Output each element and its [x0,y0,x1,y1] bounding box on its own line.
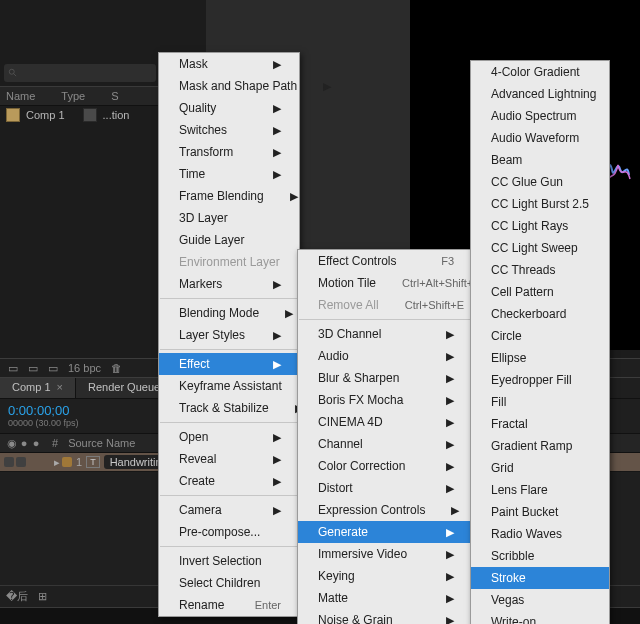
lock-icon[interactable]: ● [30,437,42,449]
new-comp-icon[interactable]: ▭ [48,362,58,375]
col-source-name[interactable]: Source Name [68,437,135,449]
menu-item[interactable]: Grid [471,457,609,479]
menu-item[interactable]: Eyedropper Fill [471,369,609,391]
layer-switches: ◉●● [6,437,42,450]
tab-comp1[interactable]: Comp 1× [0,378,76,398]
menu-item[interactable]: CC Light Sweep [471,237,609,259]
menu-item[interactable]: Layer Styles▶ [159,324,299,346]
menu-item[interactable]: Camera▶ [159,499,299,521]
menu-item[interactable]: Mask▶ [159,53,299,75]
solo-chip[interactable] [16,457,26,467]
menu-item[interactable]: Quality▶ [159,97,299,119]
menu-item-label: Pre-compose... [179,525,260,539]
col-s[interactable]: S [111,90,118,102]
visibility-chip[interactable] [4,457,14,467]
menu-item[interactable]: Advanced Lightning [471,83,609,105]
menu-item[interactable]: Noise & Grain▶ [298,609,472,624]
menu-item-label: Gradient Ramp [491,439,572,453]
trash-icon[interactable]: 🗑 [111,362,122,374]
generate-submenu[interactable]: 4-Color GradientAdvanced LightningAudio … [470,60,610,624]
menu-item[interactable]: Keying▶ [298,565,472,587]
menu-item[interactable]: Vegas [471,589,609,611]
close-icon[interactable]: × [57,381,63,393]
menu-item[interactable]: Effect▶ [159,353,299,375]
menu-item[interactable]: CC Threads [471,259,609,281]
timecode-area[interactable]: 0:00:00;00 00000 (30.00 fps) [0,399,166,433]
menu-item[interactable]: Checkerboard [471,303,609,325]
menu-item[interactable]: Immersive Video▶ [298,543,472,565]
col-name[interactable]: Name [6,90,35,102]
menu-item[interactable]: Mask and Shape Path▶ [159,75,299,97]
menu-item[interactable]: Write-on [471,611,609,624]
twirl-icon[interactable]: ▸ [54,456,60,469]
menu-item[interactable]: Cell Pattern [471,281,609,303]
menu-item[interactable]: 4-Color Gradient [471,61,609,83]
menu-item[interactable]: Matte▶ [298,587,472,609]
menu-item[interactable]: RenameEnter [159,594,299,616]
frame-blend-icon[interactable]: ⊞ [38,590,47,603]
menu-item[interactable]: Frame Blending▶ [159,185,299,207]
bpc-label[interactable]: 16 bpc [68,362,101,374]
menu-item-label: 4-Color Gradient [491,65,580,79]
solo-icon[interactable]: ● [18,437,30,449]
menu-item[interactable]: Boris FX Mocha▶ [298,389,472,411]
menu-item[interactable]: Blur & Sharpen▶ [298,367,472,389]
menu-item[interactable]: Create▶ [159,470,299,492]
menu-item-label: Ellipse [491,351,526,365]
effect-submenu[interactable]: Effect ControlsF3Motion TileCtrl+Alt+Shi… [297,249,473,624]
menu-item[interactable]: CC Light Rays [471,215,609,237]
menu-item[interactable]: 3D Layer [159,207,299,229]
menu-item[interactable]: Time▶ [159,163,299,185]
layer-color-chip[interactable] [62,457,72,467]
menu-item[interactable]: Environment Layer [159,251,299,273]
menu-item[interactable]: Select Children [159,572,299,594]
menu-item[interactable]: Lens Flare [471,479,609,501]
menu-item[interactable]: CINEMA 4D▶ [298,411,472,433]
col-type[interactable]: Type [61,90,85,102]
menu-item[interactable]: Open▶ [159,426,299,448]
menu-item[interactable]: Channel▶ [298,433,472,455]
current-timecode[interactable]: 0:00:00;00 [8,403,158,418]
menu-item[interactable]: Circle [471,325,609,347]
menu-item[interactable]: Ellipse [471,347,609,369]
menu-item[interactable]: Audio Waveform [471,127,609,149]
menu-item[interactable]: Paint Bucket [471,501,609,523]
flowchart-icon[interactable]: ▭ [8,362,18,375]
menu-item[interactable]: Radio Waves [471,523,609,545]
menu-item[interactable]: Stroke [471,567,609,589]
toggle-icon[interactable]: �后 [6,589,28,604]
menu-item[interactable]: Fractal [471,413,609,435]
menu-item[interactable]: Transform▶ [159,141,299,163]
menu-item[interactable]: Audio Spectrum [471,105,609,127]
menu-item[interactable]: Invert Selection [159,550,299,572]
menu-item[interactable]: Markers▶ [159,273,299,295]
menu-item[interactable]: Blending Mode▶ [159,302,299,324]
menu-item[interactable]: Gradient Ramp [471,435,609,457]
project-item[interactable]: Comp 1 ...tion [0,106,160,124]
menu-item[interactable]: Reveal▶ [159,448,299,470]
menu-item[interactable]: Switches▶ [159,119,299,141]
menu-item[interactable]: CC Light Burst 2.5 [471,193,609,215]
menu-item[interactable]: Track & Stabilize▶ [159,397,299,419]
menu-item[interactable]: Generate▶ [298,521,472,543]
layer-context-menu[interactable]: Mask▶Mask and Shape Path▶Quality▶Switche… [158,52,300,617]
menu-item[interactable]: CC Glue Gun [471,171,609,193]
menu-item[interactable]: Pre-compose... [159,521,299,543]
menu-item[interactable]: Scribble [471,545,609,567]
menu-item[interactable]: Distort▶ [298,477,472,499]
menu-item[interactable]: Expression Controls▶ [298,499,472,521]
folder-icon[interactable]: ▭ [28,362,38,375]
menu-item[interactable]: Motion TileCtrl+Alt+Shift+E [298,272,472,294]
menu-item[interactable]: Guide Layer [159,229,299,251]
menu-item[interactable]: Remove AllCtrl+Shift+E [298,294,472,316]
menu-item[interactable]: Effect ControlsF3 [298,250,472,272]
menu-item[interactable]: Keyframe Assistant▶ [159,375,299,397]
project-search[interactable] [4,64,156,82]
menu-item[interactable]: 3D Channel▶ [298,323,472,345]
menu-item-label: Immersive Video [318,547,407,561]
menu-item[interactable]: Color Correction▶ [298,455,472,477]
menu-item[interactable]: Audio▶ [298,345,472,367]
menu-item[interactable]: Fill [471,391,609,413]
eye-icon[interactable]: ◉ [6,437,18,450]
menu-item[interactable]: Beam [471,149,609,171]
